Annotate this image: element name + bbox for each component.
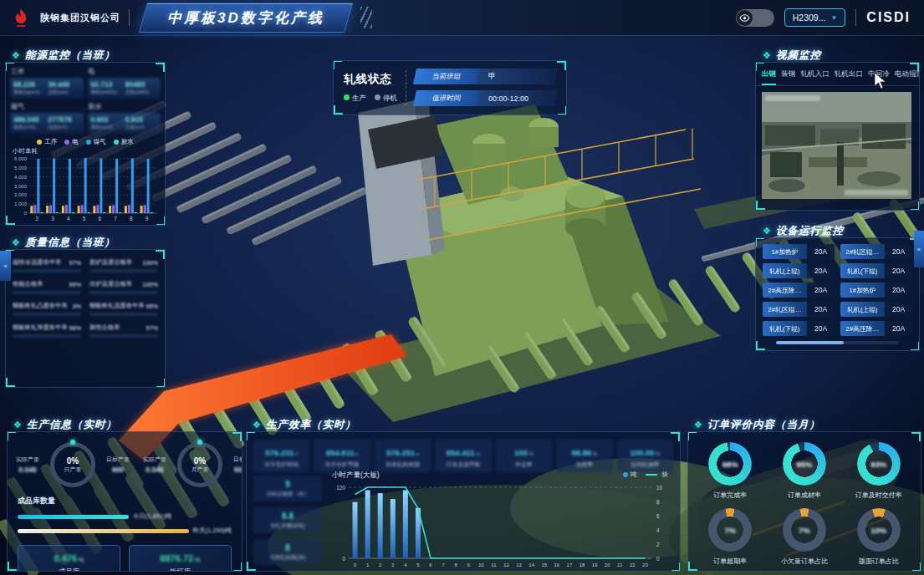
stat-unit: s: [355, 451, 359, 456]
stat-value: 654.611: [326, 448, 355, 457]
camera-tab-2[interactable]: 装钢: [781, 69, 795, 85]
device-label: 轧机(下辊): [763, 321, 807, 336]
device-chip: 2#轧区辊…20A: [763, 302, 835, 317]
legend-dot-icon: [623, 472, 628, 477]
energy-value: 0.602: [91, 115, 123, 124]
stat-value: 654.411: [447, 448, 475, 457]
gauge-ring: 0%日产量: [50, 442, 95, 487]
diamond-icon: ❖: [763, 50, 772, 61]
svg-text:18: 18: [579, 562, 585, 567]
collapse-panel-tab[interactable]: «: [914, 231, 924, 267]
svg-text:22: 22: [630, 562, 636, 567]
progress-bar: [89, 291, 158, 294]
device-label: 1#加热炉: [763, 244, 807, 259]
quality-label: 钢板终轧温度命中率: [89, 302, 145, 310]
svg-text:13: 13: [516, 562, 522, 567]
progress-bar: [13, 313, 81, 316]
energy-group-values: 486.040单耗(m³/t)277578总耗(m³): [10, 113, 84, 134]
efficiency-stat-card: 654.611 s坯子出炉节奏: [314, 440, 370, 472]
gauge-right-label: 目标产量: [100, 455, 136, 464]
vertical-divider: [406, 70, 406, 105]
energy-metric: 68.226单耗(kgce/t): [13, 80, 45, 96]
visibility-toggle[interactable]: [736, 9, 774, 27]
efficiency-stat-card: 576.231 s坯子在炉时间: [253, 440, 309, 472]
gauge-name: 日产量: [64, 466, 82, 474]
collapse-panel-tab[interactable]: «: [0, 251, 11, 281]
camera-tab-6[interactable]: 电动辊道: [895, 69, 919, 85]
side-stat-value: 8.8: [253, 511, 322, 521]
device-panel: 1#加热炉20A2#轧区辊…20A轧机(上辊)20A轧机(下辊)20A2#高压除…: [755, 237, 920, 351]
stat-value: 576.231: [265, 448, 294, 457]
camera-overlay-text: [765, 95, 820, 101]
energy-unit: 总耗(m³): [48, 124, 79, 131]
quality-label: 超快冷温度命中率: [13, 258, 61, 267]
quality-label: 探伤合格率: [89, 323, 120, 332]
stat-unit: m: [475, 451, 481, 456]
svg-text:9: 9: [467, 562, 471, 567]
efficiency-side-stats: 9当班过钢量（块）8.8主轧节奏(s/块)8当班轧制量(块): [253, 476, 322, 565]
device-current-value: 20A: [885, 321, 912, 336]
production-gauge: 实际产量0.0450%月产量目标产量50,000: [136, 442, 242, 487]
heat-number-dropdown[interactable]: H2309...▼: [784, 8, 846, 27]
device-label: 2#轧区辊…: [763, 302, 807, 317]
stat-label: 单块轧制周期: [375, 461, 431, 469]
camera-tab-3[interactable]: 轧机入口: [800, 69, 829, 85]
quality-item: 出炉温度合格率100%: [89, 280, 158, 294]
svg-text:6,000: 6,000: [14, 156, 28, 161]
hourly-output-chart: 0120024681001234567891011121314151617181…: [327, 479, 670, 569]
svg-text:3: 3: [391, 562, 395, 567]
video-still: [762, 92, 911, 199]
energy-group: 煤气486.040单耗(m³/t)277578总耗(m³): [10, 102, 84, 134]
title-slashes: [360, 7, 372, 28]
svg-text:1: 1: [366, 562, 370, 567]
dashboard-stage: 陕钢集团汉钢公司 中厚板3D数字化产线 H2309...▼ CISDI ❖能源监…: [0, 0, 924, 575]
line-status-row: 当前班组甲: [415, 69, 556, 84]
legend-label: 块: [662, 471, 669, 479]
donut-value: 7%: [708, 508, 752, 552]
inventory-bar: [18, 529, 189, 533]
svg-text:0: 0: [656, 556, 660, 562]
video-feed[interactable]: [762, 92, 911, 199]
energy-panel: 工序68.226单耗(kgce/t)39.449总耗(tce)电52.713单耗…: [5, 62, 166, 226]
device-label: 1#加热炉: [840, 282, 885, 298]
header-divider: [129, 9, 130, 26]
device-current-grid: 1#加热炉20A2#轧区辊…20A轧机(上辊)20A轧机(下辊)20A2#高压除…: [756, 238, 919, 338]
header-divider: [855, 9, 856, 26]
camera-tab-1[interactable]: 出钢: [762, 69, 776, 85]
device-current-value: 20A: [807, 321, 835, 336]
energy-metric: 486.040单耗(m³/t): [13, 115, 45, 131]
energy-metric: 80483总耗(kWh): [125, 80, 157, 96]
horizontal-scrollbar[interactable]: [776, 341, 899, 344]
status-dot-icon: [344, 94, 350, 100]
svg-text:120: 120: [336, 485, 345, 491]
svg-text:6: 6: [99, 216, 102, 221]
line-status-rows: 当前班组甲值班时间00:00-12:00: [415, 69, 556, 106]
device-chip: 2#轧区辊…20A: [840, 244, 912, 259]
camera-overlay-text: [845, 190, 908, 196]
quality-item: 超快冷温度命中率97%: [13, 258, 81, 272]
svg-text:6: 6: [429, 562, 432, 567]
legend-item: 块: [646, 471, 669, 479]
device-current-value: 20A: [807, 263, 835, 278]
efficiency-stat-card: 98.86 %负荷率: [556, 440, 612, 472]
gauge-right-value: 50,000: [227, 466, 242, 474]
svg-text:8: 8: [455, 562, 458, 567]
progress-bar: [89, 334, 158, 338]
device-current-value: 20A: [885, 263, 912, 278]
svg-text:21: 21: [617, 562, 623, 567]
donut-ring: 93%: [857, 442, 901, 486]
device-chip: 1#加热炉20A: [840, 282, 912, 298]
line-status-panel: 轧线状态 生产停机 当前班组甲值班时间00:00-12:00: [333, 60, 567, 115]
status-legend-item: 生产: [344, 94, 366, 104]
stat-label: 坯子在炉时间: [253, 461, 309, 469]
stat-unit: %: [591, 451, 597, 456]
gauge-dot-icon: [70, 440, 75, 445]
svg-text:7: 7: [114, 216, 117, 221]
energy-unit: 总耗(kWh): [125, 89, 157, 96]
stat-unit: %: [528, 451, 533, 456]
camera-tab-4[interactable]: 轧机出口: [835, 69, 863, 85]
energy-value: 80483: [125, 80, 157, 89]
donut-value: 95%: [783, 442, 826, 486]
efficiency-side-card: 8.8主轧节奏(s/块): [253, 507, 322, 533]
legend-dot-icon: [86, 140, 91, 145]
